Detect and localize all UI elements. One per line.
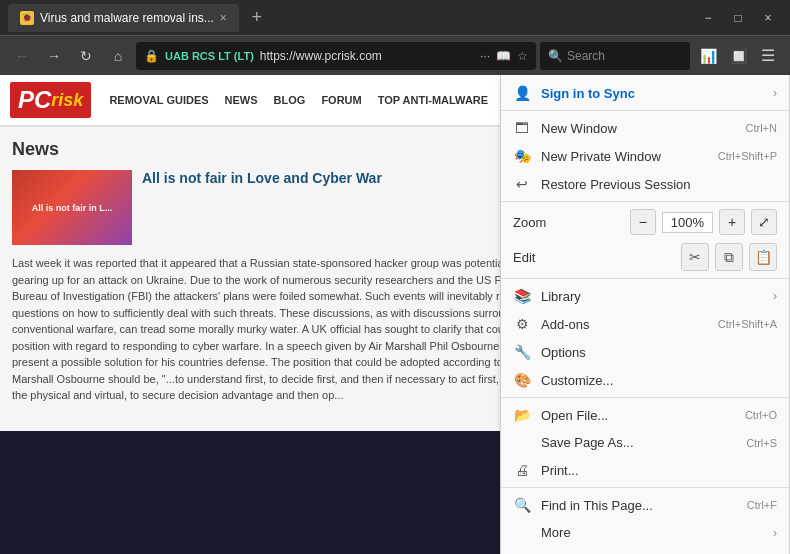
logo-risk: risk <box>51 90 83 111</box>
close-button[interactable]: × <box>754 6 782 30</box>
edit-row: Edit ✂ ⧉ 📋 <box>501 239 789 275</box>
menu-item-customize[interactable]: 🎨 Customize... <box>501 366 789 394</box>
tab-favicon: 🐞 <box>20 11 34 25</box>
paste-button[interactable]: 📋 <box>749 243 777 271</box>
addons-shortcut: Ctrl+Shift+A <box>718 318 777 330</box>
sign-in-label: Sign in to Sync <box>541 86 763 101</box>
menu-removal-guides[interactable]: REMOVAL GUIDES <box>101 90 216 110</box>
article-thumbnail: All is not fair in L... <box>12 170 132 245</box>
ssl-icon: 🔒 <box>144 49 159 63</box>
menu-item-open-file[interactable]: 📂 Open File... Ctrl+O <box>501 401 789 429</box>
home-button[interactable]: ⌂ <box>104 42 132 70</box>
menu-item-save-page[interactable]: Save Page As... Ctrl+S <box>501 429 789 456</box>
main-article: All is not fair in L... All is not fair … <box>12 170 558 419</box>
menu-item-more[interactable]: More › <box>501 519 789 546</box>
customize-icon: 🎨 <box>513 372 531 388</box>
addons-label: Add-ons <box>541 317 708 332</box>
new-window-shortcut: Ctrl+N <box>746 122 777 134</box>
tab-close-button[interactable]: × <box>220 11 227 25</box>
zoom-plus-button[interactable]: + <box>719 209 745 235</box>
forward-button[interactable]: → <box>40 42 68 70</box>
edit-label: Edit <box>513 250 675 265</box>
browser-tab[interactable]: 🐞 Virus and malware removal ins... × <box>8 4 239 32</box>
library-arrow: › <box>773 289 777 303</box>
find-shortcut: Ctrl+F <box>747 499 777 511</box>
search-bar[interactable]: 🔍 Search <box>540 42 690 70</box>
back-button[interactable]: ← <box>8 42 36 70</box>
menu-item-restore-session[interactable]: ↩ Restore Previous Session <box>501 170 789 198</box>
menu-separator-5 <box>501 487 789 488</box>
site-logo[interactable]: PCrisk <box>10 82 91 118</box>
reader-icon[interactable]: 📖 <box>496 49 511 63</box>
org-name: UAB RCS LT (LT) <box>165 50 254 62</box>
customize-label: Customize... <box>541 373 777 388</box>
library-icon: 📚 <box>513 288 531 304</box>
menu-separator-3 <box>501 278 789 279</box>
maximize-button[interactable]: □ <box>724 6 752 30</box>
tab-title: Virus and malware removal ins... <box>40 11 214 25</box>
zoom-percent: 100% <box>662 212 713 233</box>
menu-item-new-window[interactable]: 🗔 New Window Ctrl+N <box>501 114 789 142</box>
menu-item-options[interactable]: 🔧 Options <box>501 338 789 366</box>
menu-blog[interactable]: BLOG <box>266 90 314 110</box>
find-in-page-label: Find in This Page... <box>541 498 737 513</box>
browser-menu-dropdown: 👤 Sign in to Sync › 🗔 New Window Ctrl+N … <box>500 75 790 554</box>
save-page-label: Save Page As... <box>541 435 736 450</box>
new-window-label: New Window <box>541 121 736 136</box>
url-display: https://www.pcrisk.com <box>260 49 474 63</box>
cut-button[interactable]: ✂ <box>681 243 709 271</box>
open-file-icon: 📂 <box>513 407 531 423</box>
options-icon: 🔧 <box>513 344 531 360</box>
toolbar-icons: 📊 🔲 ☰ <box>694 42 782 70</box>
article-headline[interactable]: All is not fair in Love and Cyber War <box>142 170 548 186</box>
more-label: More <box>541 525 763 540</box>
zoom-row: Zoom − 100% + ⤢ <box>501 205 789 239</box>
copy-button[interactable]: ⧉ <box>715 243 743 271</box>
address-bar[interactable]: 🔒 UAB RCS LT (LT) https://www.pcrisk.com… <box>136 42 536 70</box>
library-label: Library <box>541 289 763 304</box>
options-label: Options <box>541 345 777 360</box>
article-body-text: Last week it was reported that it appear… <box>12 255 548 404</box>
open-file-label: Open File... <box>541 408 735 423</box>
bookmark-icon[interactable]: ☆ <box>517 49 528 63</box>
search-placeholder: Search <box>567 49 605 63</box>
article-header: All is not fair in L... All is not fair … <box>12 170 548 245</box>
more-button[interactable]: ··· <box>480 49 490 63</box>
menu-button[interactable]: ☰ <box>754 42 782 70</box>
article-image: All is not fair in L... <box>12 170 132 245</box>
minimize-button[interactable]: − <box>694 6 722 30</box>
stats-icon[interactable]: 📊 <box>694 42 722 70</box>
menu-item-web-developer[interactable]: Web Developer › <box>501 546 789 554</box>
save-page-shortcut: Ctrl+S <box>746 437 777 449</box>
menu-forum[interactable]: FORUM <box>313 90 369 110</box>
menu-item-print[interactable]: 🖨 Print... <box>501 456 789 484</box>
logo-pc: PC <box>18 86 51 114</box>
search-icon: 🔍 <box>548 49 563 63</box>
menu-item-library[interactable]: 📚 Library › <box>501 282 789 310</box>
menu-news[interactable]: NEWS <box>217 90 266 110</box>
restore-icon: ↩ <box>513 176 531 192</box>
window-controls: − □ × <box>694 6 782 30</box>
addons-icon: ⚙ <box>513 316 531 332</box>
print-icon: 🖨 <box>513 462 531 478</box>
private-window-label: New Private Window <box>541 149 708 164</box>
restore-session-label: Restore Previous Session <box>541 177 777 192</box>
navigation-bar: ← → ↻ ⌂ 🔒 UAB RCS LT (LT) https://www.pc… <box>0 35 790 75</box>
menu-separator-1 <box>501 110 789 111</box>
menu-separator-4 <box>501 397 789 398</box>
menu-item-sign-in[interactable]: 👤 Sign in to Sync › <box>501 79 789 107</box>
menu-separator-2 <box>501 201 789 202</box>
open-file-shortcut: Ctrl+O <box>745 409 777 421</box>
title-bar: 🐞 Virus and malware removal ins... × + −… <box>0 0 790 35</box>
sync-icon[interactable]: 🔲 <box>724 42 752 70</box>
private-window-shortcut: Ctrl+Shift+P <box>718 150 777 162</box>
menu-item-private-window[interactable]: 🎭 New Private Window Ctrl+Shift+P <box>501 142 789 170</box>
zoom-minus-button[interactable]: − <box>630 209 656 235</box>
new-tab-button[interactable]: + <box>245 6 269 30</box>
zoom-expand-button[interactable]: ⤢ <box>751 209 777 235</box>
menu-item-find-in-page[interactable]: 🔍 Find in This Page... Ctrl+F <box>501 491 789 519</box>
refresh-button[interactable]: ↻ <box>72 42 100 70</box>
menu-anti-malware[interactable]: TOP ANTI-MALWARE <box>370 90 496 110</box>
zoom-label: Zoom <box>513 215 624 230</box>
menu-item-addons[interactable]: ⚙ Add-ons Ctrl+Shift+A <box>501 310 789 338</box>
